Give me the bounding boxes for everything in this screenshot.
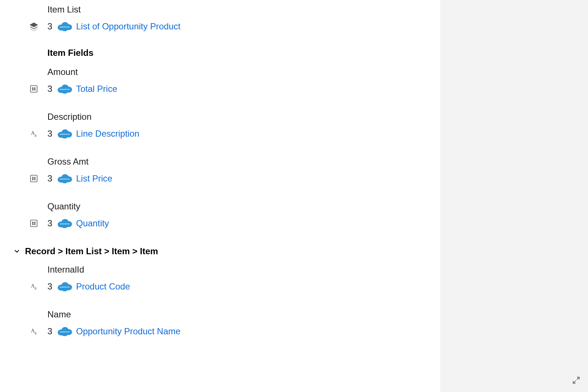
- number-icon: [29, 173, 39, 184]
- svg-text:salesforce: salesforce: [60, 26, 70, 28]
- step-number: 3: [47, 173, 56, 184]
- field-label: InternalId: [47, 265, 440, 275]
- salesforce-icon: salesforce: [57, 281, 72, 292]
- mapping-link[interactable]: Total Price: [76, 84, 117, 94]
- item-list-label: Item List: [47, 4, 440, 15]
- field-label: Name: [47, 309, 440, 320]
- svg-line-57: [577, 377, 579, 380]
- svg-text:salesforce: salesforce: [60, 178, 70, 180]
- mapping-row: 3salesforceQuantity: [0, 217, 440, 230]
- salesforce-icon: salesforce: [57, 218, 72, 229]
- svg-marker-0: [30, 23, 37, 27]
- field-label: Quantity: [47, 201, 440, 212]
- step-number: 3: [47, 129, 56, 139]
- field-label: Gross Amt: [47, 157, 440, 167]
- field-block: DescriptionAa3salesforceLine Description: [0, 112, 440, 140]
- field-label: Description: [47, 112, 440, 122]
- step-number: 3: [47, 21, 56, 32]
- svg-text:salesforce: salesforce: [60, 286, 70, 288]
- mapping-row: Aa3salesforceOpportunity Product Name: [0, 325, 440, 338]
- mapping-link[interactable]: Opportunity Product Name: [76, 326, 180, 337]
- mapping-row: 3 salesforce List of Opportunity Product: [0, 20, 440, 33]
- mapping-link[interactable]: Line Description: [76, 129, 139, 139]
- mapping-row: 3salesforceTotal Price: [0, 82, 440, 96]
- field-block: Quantity3salesforceQuantity: [0, 201, 440, 230]
- item-list-block: Item List 3: [0, 4, 440, 33]
- field-block: Gross Amt3salesforceList Price: [0, 157, 440, 185]
- salesforce-icon: salesforce: [57, 326, 72, 337]
- mapping-link[interactable]: Quantity: [76, 218, 109, 229]
- field-label: Amount: [47, 67, 440, 77]
- mapping-link[interactable]: Product Code: [76, 281, 130, 292]
- number-icon: [29, 84, 39, 94]
- salesforce-icon: salesforce: [57, 83, 72, 94]
- svg-text:salesforce: salesforce: [60, 133, 70, 135]
- salesforce-icon: salesforce: [57, 21, 72, 32]
- svg-text:a: a: [35, 285, 37, 291]
- svg-text:salesforce: salesforce: [60, 331, 70, 333]
- step-number: 3: [47, 326, 56, 337]
- mapping-row: Aa3salesforceProduct Code: [0, 280, 440, 293]
- chevron-down-icon[interactable]: [12, 247, 21, 256]
- mapping-link[interactable]: List Price: [76, 173, 112, 184]
- step-number: 3: [47, 281, 56, 292]
- text-icon: Aa: [29, 281, 39, 292]
- field-block: NameAa3salesforceOpportunity Product Nam…: [0, 309, 440, 338]
- breadcrumb-row[interactable]: Record > Item List > Item > Item: [0, 246, 440, 256]
- svg-text:salesforce: salesforce: [60, 223, 70, 225]
- layers-icon: [29, 21, 39, 32]
- item-fields-header: Item Fields: [47, 48, 440, 58]
- mapping-row: 3salesforceList Price: [0, 172, 440, 185]
- svg-line-58: [573, 381, 576, 383]
- svg-text:a: a: [35, 133, 37, 138]
- mapping-row: Aa3salesforceLine Description: [0, 127, 440, 140]
- svg-text:salesforce: salesforce: [60, 88, 70, 90]
- svg-rect-23: [31, 175, 37, 182]
- side-panel: [440, 0, 588, 392]
- svg-rect-6: [31, 86, 37, 92]
- number-icon: [29, 218, 39, 229]
- mapping-link[interactable]: List of Opportunity Product: [76, 21, 180, 32]
- text-icon: Aa: [29, 129, 39, 139]
- svg-rect-33: [31, 220, 37, 227]
- field-block: Amount3salesforceTotal Price: [0, 67, 440, 96]
- main-area: Item List 3: [0, 0, 440, 392]
- svg-text:a: a: [35, 330, 37, 335]
- text-icon: Aa: [29, 326, 39, 337]
- step-number: 3: [47, 84, 56, 94]
- salesforce-icon: salesforce: [57, 173, 72, 184]
- step-number: 3: [47, 218, 56, 229]
- field-block: InternalIdAa3salesforceProduct Code: [0, 265, 440, 293]
- expand-icon[interactable]: [571, 375, 581, 385]
- breadcrumb-text: Record > Item List > Item > Item: [25, 246, 158, 256]
- salesforce-icon: salesforce: [57, 128, 72, 139]
